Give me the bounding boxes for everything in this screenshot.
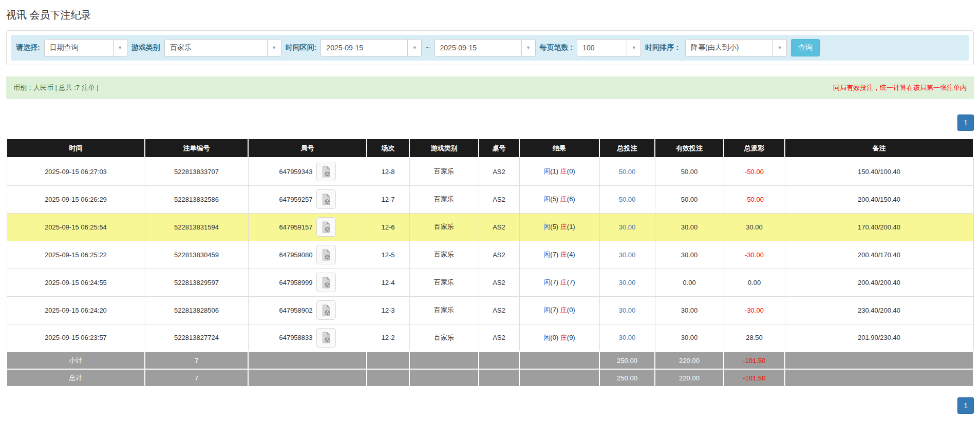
player-score: (7) <box>550 278 560 286</box>
game-type-cell: 百家乐 <box>409 213 479 241</box>
film-file-icon <box>321 249 331 261</box>
total-bet-cell[interactable]: 30.00 <box>599 241 655 268</box>
query-type-select[interactable]: 日期查询 ▼ <box>44 39 127 56</box>
filter-panel: 请选择: 日期查询 ▼ 游戏类别 百家乐 ▼ 时间区间: 2025-09-15 … <box>6 30 974 65</box>
time-cell: 2025-09-15 06:27:03 <box>7 158 145 185</box>
film-file-icon <box>321 332 331 343</box>
video-replay-button[interactable] <box>316 300 336 320</box>
player-label: 闲 <box>543 251 550 258</box>
round-id-group: 647959080 <box>279 245 335 264</box>
session-cell: 12-6 <box>367 213 409 241</box>
table-row: 2025-09-15 06:24:20522813828506647958902… <box>7 296 973 324</box>
valid-bet-cell: 30.00 <box>655 296 724 324</box>
valid-bet-cell: 50.00 <box>655 158 724 185</box>
column-header: 总投注 <box>599 139 655 158</box>
page-1-button[interactable]: 1 <box>957 114 974 131</box>
valid-bet-cell: 30.00 <box>655 213 724 241</box>
chevron-down-icon: ▼ <box>627 40 640 56</box>
bet-id-cell: 522813827724 <box>145 324 248 352</box>
column-header: 注单编号 <box>145 139 248 158</box>
table-row: 2025-09-15 06:25:54522813831594647959157… <box>7 213 973 241</box>
valid-bet-notice: 同局有效投注，统一计算在该局第一张注单内 <box>833 83 967 92</box>
game-type-select[interactable]: 百家乐 ▼ <box>164 39 281 56</box>
result-cell: 闲(7) 庄(7) <box>519 268 599 296</box>
result-cell: 闲(7) 庄(4) <box>519 241 599 268</box>
payout-cell: -50.00 <box>724 185 785 213</box>
time-cell: 2025-09-15 06:24:55 <box>7 268 145 296</box>
empty-cell <box>367 352 409 369</box>
video-replay-button[interactable] <box>316 273 336 292</box>
session-cell: 12-4 <box>367 268 409 296</box>
game-type-cell: 百家乐 <box>409 241 479 268</box>
empty-cell <box>248 369 367 387</box>
page-1-button[interactable]: 1 <box>957 397 974 414</box>
column-header: 场次 <box>367 139 409 158</box>
player-score: (1) <box>550 167 560 175</box>
game-type-cell: 百家乐 <box>409 268 479 296</box>
table-no-cell: AS2 <box>479 185 519 213</box>
payout-cell: -50.00 <box>724 158 785 185</box>
empty-cell <box>409 352 479 369</box>
round-id-group: 647958833 <box>279 328 335 348</box>
time-sort-select[interactable]: 降幂(由大到小) ▼ <box>685 39 787 56</box>
round-id: 647959080 <box>279 251 312 259</box>
table-row: 2025-09-15 06:26:29522813832586647959257… <box>7 185 973 213</box>
player-label: 闲 <box>543 167 550 175</box>
player-label: 闲 <box>543 306 550 314</box>
round-id: 647959157 <box>279 223 312 231</box>
summary-label: 小计 <box>7 352 145 369</box>
chevron-down-icon: ▼ <box>521 40 535 56</box>
banker-label: 庄 <box>560 306 567 314</box>
video-replay-button[interactable] <box>316 162 336 181</box>
filter-bar: 请选择: 日期查询 ▼ 游戏类别 百家乐 ▼ 时间区间: 2025-09-15 … <box>11 35 969 61</box>
banker-score: (7) <box>567 278 575 286</box>
video-replay-button[interactable] <box>316 328 336 348</box>
payout-cell: -30.00 <box>724 296 785 324</box>
round-id: 647958833 <box>279 334 312 341</box>
banker-label: 庄 <box>560 223 567 231</box>
empty-cell <box>248 352 367 369</box>
total-bet-cell[interactable]: 30.00 <box>599 324 655 352</box>
table-footer: 小计7250.00220.00-101.50总计7250.00220.00-10… <box>7 352 973 387</box>
table-row: 2025-09-15 06:25:22522813830459647959080… <box>7 241 973 268</box>
video-replay-button[interactable] <box>316 217 336 237</box>
time-sort-value: 降幂(由大到小) <box>686 40 772 56</box>
banker-label: 庄 <box>560 195 567 203</box>
video-replay-button[interactable] <box>316 189 336 209</box>
summary-valid-bet: 220.00 <box>655 352 724 369</box>
summary-total-bet: 250.00 <box>599 352 655 369</box>
game-type-value: 百家乐 <box>165 40 267 56</box>
round-id: 647958999 <box>279 279 312 286</box>
currency-total-text: 币别：人民币 | 总共 :7 注单 | <box>13 83 99 92</box>
round-id: 647958902 <box>279 306 312 314</box>
bet-id-cell: 522813833707 <box>145 158 248 185</box>
film-file-icon <box>321 277 331 289</box>
date-to-select[interactable]: 2025-09-15 ▼ <box>435 39 536 56</box>
search-button[interactable]: 查询 <box>791 39 820 56</box>
page-size-select[interactable]: 100 ▼ <box>577 39 641 56</box>
pagination-top: 1 <box>6 114 974 131</box>
chevron-down-icon: ▼ <box>113 40 127 56</box>
table-no-cell: AS2 <box>479 158 519 185</box>
total-bet-cell[interactable]: 50.00 <box>599 158 655 185</box>
bet-records-table: 时间注单编号局号场次游戏类别桌号结果总投注有效投注总派彩备注 2025-09-1… <box>6 138 974 387</box>
bet-id-cell: 522813828506 <box>145 296 248 324</box>
valid-bet-cell: 30.00 <box>655 324 724 352</box>
column-header: 结果 <box>519 139 599 158</box>
summary-valid-bet: 220.00 <box>655 369 724 387</box>
bet-id-cell: 522813830459 <box>145 241 248 268</box>
total-bet-cell[interactable]: 30.00 <box>599 268 655 296</box>
total-bet-cell[interactable]: 50.00 <box>599 185 655 213</box>
round-id-group: 647959157 <box>279 217 335 237</box>
note-cell: 230.40/200.40 <box>785 296 973 324</box>
summary-row: 小计7250.00220.00-101.50 <box>7 352 973 369</box>
session-cell: 12-8 <box>367 158 409 185</box>
date-from-select[interactable]: 2025-09-15 ▼ <box>321 39 422 56</box>
total-bet-cell[interactable]: 30.00 <box>599 213 655 241</box>
select-type-label: 请选择: <box>16 43 40 52</box>
total-bet-cell[interactable]: 30.00 <box>599 296 655 324</box>
game-type-label: 游戏类别 <box>131 43 160 52</box>
chevron-down-icon: ▼ <box>772 40 786 56</box>
film-file-icon <box>321 166 331 178</box>
video-replay-button[interactable] <box>316 245 336 264</box>
